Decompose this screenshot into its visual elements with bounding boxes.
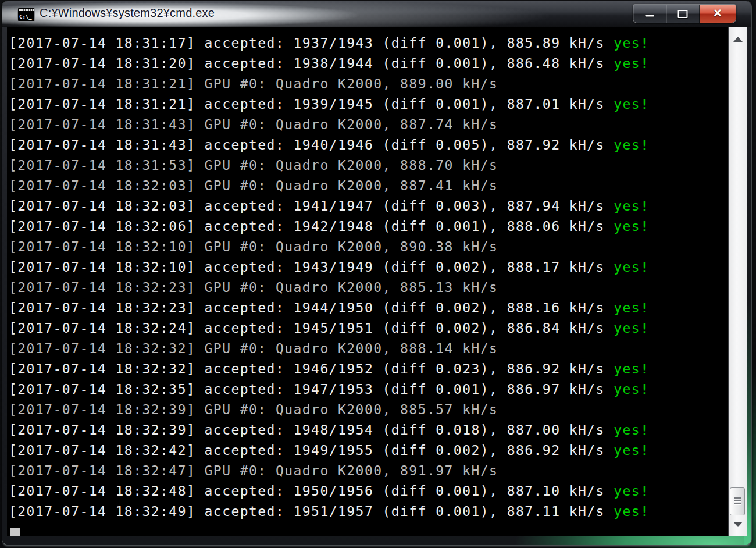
window-controls: ✕ <box>633 4 736 23</box>
log-line-gpu: [2017-07-14 18:31:21] GPU #0: Quadro K20… <box>9 74 649 94</box>
success-label: yes! <box>614 483 649 499</box>
log-line-gpu: [2017-07-14 18:31:43] GPU #0: Quadro K20… <box>9 115 649 135</box>
log-line-accepted: [2017-07-14 18:31:20] accepted: 1938/194… <box>9 54 649 74</box>
log-line-accepted: [2017-07-14 18:32:42] accepted: 1949/195… <box>9 440 649 461</box>
close-icon: ✕ <box>700 5 736 23</box>
log-line-accepted: [2017-07-14 18:32:06] accepted: 1942/194… <box>9 216 649 237</box>
log-line-accepted: [2017-07-14 18:32:39] accepted: 1948/195… <box>9 420 649 440</box>
log-line-accepted: [2017-07-14 18:31:21] accepted: 1939/194… <box>9 94 649 115</box>
scroll-up-button[interactable] <box>729 28 747 50</box>
log-lines: [2017-07-14 18:31:17] accepted: 1937/194… <box>9 33 649 522</box>
log-line-gpu: [2017-07-14 18:32:47] GPU #0: Quadro K20… <box>9 461 649 481</box>
minimize-button[interactable] <box>633 5 666 23</box>
cmd-icon-titlestrip <box>19 9 34 11</box>
log-line-accepted: [2017-07-14 18:32:35] accepted: 1947/195… <box>9 379 649 400</box>
success-label: yes! <box>614 35 649 51</box>
success-label: yes! <box>614 382 649 397</box>
success-label: yes! <box>614 321 649 336</box>
success-label: yes! <box>614 300 649 315</box>
success-label: yes! <box>614 443 649 458</box>
log-line-accepted: [2017-07-14 18:31:17] accepted: 1937/194… <box>9 33 649 54</box>
success-label: yes! <box>614 137 649 152</box>
scrollbar[interactable] <box>728 27 747 536</box>
title-bar[interactable]: C:\_ C:¥Windows¥system32¥cmd.exe ✕ <box>2 1 751 27</box>
log-line-gpu: [2017-07-14 18:32:10] GPU #0: Quadro K20… <box>9 237 649 257</box>
scrollbar-grip-icon <box>734 497 741 506</box>
arrow-up-icon <box>733 37 743 42</box>
log-line-gpu: [2017-07-14 18:31:53] GPU #0: Quadro K20… <box>9 155 649 176</box>
success-label: yes! <box>614 259 649 275</box>
success-label: yes! <box>614 97 649 112</box>
success-label: yes! <box>614 504 649 519</box>
log-line-accepted: [2017-07-14 18:32:48] accepted: 1950/195… <box>9 481 649 501</box>
window-title: C:¥Windows¥system32¥cmd.exe <box>40 6 215 20</box>
log-line-accepted: [2017-07-14 18:32:24] accepted: 1945/195… <box>9 318 649 339</box>
log-line-accepted: [2017-07-14 18:32:03] accepted: 1941/194… <box>9 196 649 216</box>
success-label: yes! <box>614 422 649 437</box>
scrollbar-thumb[interactable] <box>730 487 745 515</box>
success-label: yes! <box>614 56 649 71</box>
arrow-down-icon <box>733 522 743 527</box>
log-line-gpu: [2017-07-14 18:32:39] GPU #0: Quadro K20… <box>9 400 649 420</box>
success-label: yes! <box>614 361 649 376</box>
log-line-accepted: [2017-07-14 18:32:10] accepted: 1943/194… <box>9 257 649 277</box>
console-output[interactable]: [2017-07-14 18:31:17] accepted: 1937/194… <box>7 27 747 536</box>
log-line-accepted: [2017-07-14 18:32:23] accepted: 1944/195… <box>9 298 649 318</box>
log-line-accepted: [2017-07-14 18:32:32] accepted: 1946/195… <box>9 359 649 379</box>
success-label: yes! <box>614 198 649 213</box>
cmd-window: C:\_ C:¥Windows¥system32¥cmd.exe ✕ [2017… <box>2 1 751 545</box>
log-line-accepted: [2017-07-14 18:32:49] accepted: 1951/195… <box>9 501 649 522</box>
log-line-accepted: [2017-07-14 18:31:43] accepted: 1940/194… <box>9 135 649 155</box>
maximize-button[interactable] <box>666 5 700 23</box>
minimize-icon <box>646 15 654 17</box>
log-line-gpu: [2017-07-14 18:32:03] GPU #0: Quadro K20… <box>9 176 649 196</box>
scroll-down-button[interactable] <box>729 514 747 534</box>
text-cursor <box>10 528 20 536</box>
maximize-icon <box>678 10 688 18</box>
log-line-gpu: [2017-07-14 18:32:23] GPU #0: Quadro K20… <box>9 277 649 298</box>
success-label: yes! <box>614 219 649 234</box>
close-button[interactable]: ✕ <box>700 5 736 23</box>
log-line-gpu: [2017-07-14 18:32:32] GPU #0: Quadro K20… <box>9 339 649 359</box>
cmd-icon-prompt: C:\_ <box>19 14 32 20</box>
cmd-icon: C:\_ <box>17 8 35 22</box>
